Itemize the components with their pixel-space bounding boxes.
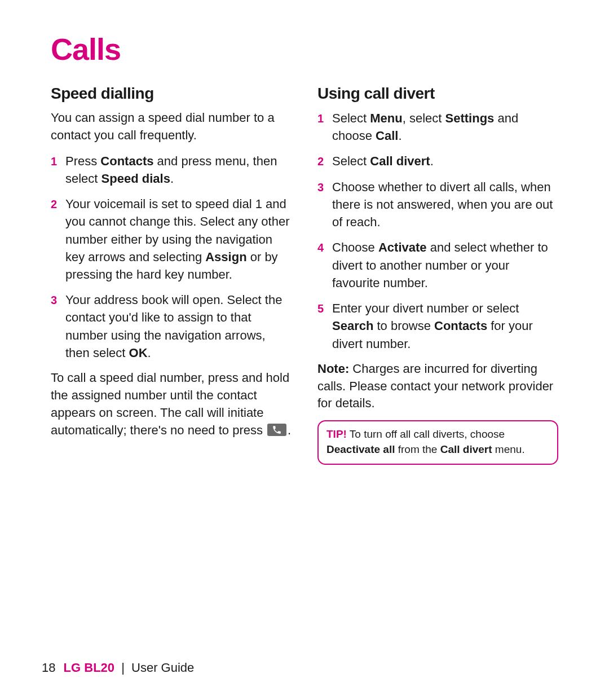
footer-separator: |	[121, 661, 125, 675]
list-item: Select Menu, select Settings and choose …	[317, 109, 558, 144]
page-footer: 18 LG BL20 | User Guide	[42, 661, 194, 675]
call-divert-heading: Using call divert	[317, 85, 558, 103]
content-columns: Speed dialling You can assign a speed di…	[51, 85, 558, 465]
list-item: Choose Activate and select whether to di…	[317, 239, 558, 292]
speed-dialling-intro: You can assign a speed dial number to a …	[51, 109, 292, 144]
tip-label: TIP!	[326, 428, 347, 440]
list-item: Press Contacts and press menu, then sele…	[51, 152, 292, 187]
page-number: 18	[42, 661, 55, 675]
list-item: Your address book will open. Select the …	[51, 291, 292, 362]
call-divert-steps: Select Menu, select Settings and choose …	[317, 109, 558, 353]
tip-text: To turn off all call diverts, choose Dea…	[326, 428, 525, 455]
speed-dialling-outro: To call a speed dial number, press and h…	[51, 369, 292, 439]
tip-box: TIP! To turn off all call diverts, choos…	[317, 420, 558, 465]
guide-label: User Guide	[131, 661, 194, 675]
list-item: Select Call divert.	[317, 152, 558, 170]
model-name: LG BL20	[64, 661, 114, 675]
page-title: Calls	[51, 32, 558, 67]
right-column: Using call divert Select Menu, select Se…	[317, 85, 558, 465]
list-item: Your voicemail is set to speed dial 1 an…	[51, 195, 292, 283]
call-key-icon	[267, 424, 286, 436]
speed-dialling-heading: Speed dialling	[51, 85, 292, 103]
left-column: Speed dialling You can assign a speed di…	[51, 85, 292, 465]
list-item: Enter your divert number or select Searc…	[317, 300, 558, 353]
call-divert-note: Note: Charges are incurred for diverting…	[317, 360, 558, 412]
speed-dialling-steps: Press Contacts and press menu, then sele…	[51, 152, 292, 362]
list-item: Choose whether to divert all calls, when…	[317, 178, 558, 231]
